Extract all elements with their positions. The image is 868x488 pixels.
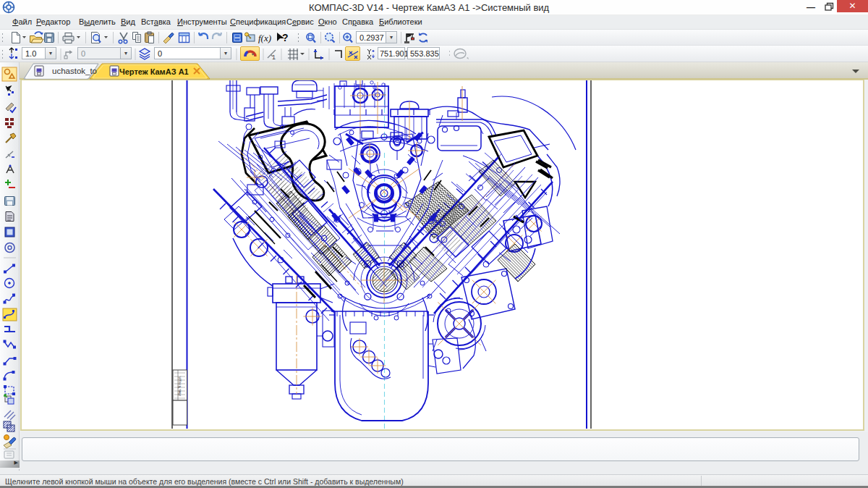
svg-text:f(x): f(x) <box>258 33 271 43</box>
svg-text:Чертеж КамАЗ А1: Чертеж КамАЗ А1 <box>119 67 189 76</box>
svg-text:?: ? <box>282 32 289 43</box>
svg-text:Инв.N подл.: Инв.N подл. <box>177 376 182 396</box>
svg-text:uchastok_to: uchastok_to <box>52 67 97 75</box>
svg-text:1: 1 <box>272 54 276 61</box>
